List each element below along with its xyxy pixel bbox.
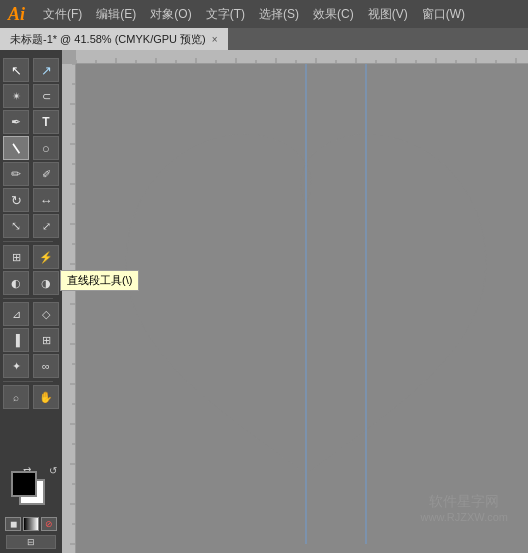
menu-window[interactable]: 窗口(W)	[416, 4, 471, 25]
shape-builder-icon: ◐	[11, 277, 21, 290]
color-mode-row: ◼ ⊘	[5, 517, 57, 531]
ruler-corner	[62, 50, 76, 64]
horizontal-ruler	[76, 50, 528, 64]
perspective-grid-tool[interactable]: ⊿	[3, 302, 29, 326]
tool-row-shape: ◐ ◑	[3, 271, 59, 295]
tab-close-button[interactable]: ×	[212, 34, 218, 45]
free-transform-icon: ⊞	[12, 251, 21, 264]
live-paint-tool[interactable]: ◑	[33, 271, 59, 295]
canvas-svg	[76, 64, 528, 553]
perspective-icon: ⊿	[12, 308, 21, 321]
pencil-tool[interactable]: ✐	[33, 162, 59, 186]
svg-rect-52	[76, 64, 528, 553]
menu-file[interactable]: 文件(F)	[37, 4, 88, 25]
puppet-warp-icon: ⚡	[39, 251, 53, 264]
menu-bar[interactable]: 文件(F) 编辑(E) 对象(O) 文字(T) 选择(S) 效果(C) 视图(V…	[37, 4, 471, 25]
direct-selection-tool[interactable]: ↗	[33, 58, 59, 82]
hand-icon: ✋	[39, 391, 53, 404]
rotate-icon: ↻	[11, 193, 22, 208]
drawing-canvas[interactable]: 软件星字网 www.RJZXW.com	[76, 64, 528, 553]
menu-effect[interactable]: 效果(C)	[307, 4, 360, 25]
tool-row-pen: ✒ T	[3, 110, 59, 134]
free-transform-tool[interactable]: ⊞	[3, 245, 29, 269]
none-mode-button[interactable]: ⊘	[41, 517, 57, 531]
ellipse-icon: ○	[42, 141, 50, 156]
canvas-area[interactable]: 软件星字网 www.RJZXW.com	[62, 50, 528, 553]
toolbar-separator-1	[3, 241, 53, 242]
pencil-icon: ✐	[42, 168, 51, 181]
menu-edit[interactable]: 编辑(E)	[90, 4, 142, 25]
perspective-select-icon: ◇	[42, 308, 50, 321]
tool-row-rotate: ↻ ↔	[3, 188, 59, 212]
live-paint-icon: ◑	[41, 277, 51, 290]
reflect-tool[interactable]: ↔	[33, 188, 59, 212]
warp-tool[interactable]: ⤢	[33, 214, 59, 238]
tool-row-lasso: ✴ ⊂	[3, 84, 59, 108]
perspective-select-tool[interactable]: ◇	[33, 302, 59, 326]
fill-stroke-area: ↺ ⇄	[9, 469, 53, 513]
reflect-icon: ↔	[40, 193, 53, 208]
vertical-ruler	[62, 64, 76, 553]
blend-icon: ∞	[42, 360, 50, 372]
tool-row-selection: ↖ ↗	[3, 58, 59, 82]
magic-wand-tool[interactable]: ✴	[3, 84, 29, 108]
screen-mode-row: ⊟	[6, 535, 56, 549]
pen-icon: ✒	[11, 115, 21, 129]
mesh-icon: ⊞	[42, 334, 51, 347]
selection-tool[interactable]: ↖	[3, 58, 29, 82]
svg-rect-0	[76, 50, 528, 64]
reset-default-icon[interactable]: ↺	[49, 465, 57, 476]
left-toolbar: ↖ ↗ ✴ ⊂ ✒ T	[0, 50, 62, 553]
tab-bar: 未标题-1* @ 41.58% (CMYK/GPU 预览) ×	[0, 28, 528, 50]
tab-title: 未标题-1* @ 41.58% (CMYK/GPU 预览)	[10, 32, 206, 47]
zoom-tool[interactable]: ⌕	[3, 385, 29, 409]
lasso-icon: ⊂	[42, 90, 51, 103]
line-segment-tool[interactable]: /	[3, 136, 29, 160]
warp-icon: ⤢	[42, 220, 51, 233]
toolbar-separator-3	[3, 381, 53, 382]
magic-wand-icon: ✴	[12, 90, 21, 103]
lasso-tool[interactable]: ⊂	[33, 84, 59, 108]
ellipse-tool[interactable]: ○	[33, 136, 59, 160]
tool-row-transform: ⊞ ⚡	[3, 245, 59, 269]
tool-row-perspective: ⊿ ◇	[3, 302, 59, 326]
app-logo: Ai	[8, 4, 25, 25]
menu-view[interactable]: 视图(V)	[362, 4, 414, 25]
workspace: ↖ ↗ ✴ ⊂ ✒ T	[0, 50, 528, 553]
tool-row-brush: ✏ ✐	[3, 162, 59, 186]
type-tool[interactable]: T	[33, 110, 59, 134]
type-icon: T	[42, 115, 49, 129]
scale-icon: ⤡	[11, 219, 21, 233]
screen-mode-button[interactable]: ⊟	[6, 535, 56, 549]
line-segment-icon: /	[9, 141, 24, 156]
tool-row-chart: ▐ ⊞	[3, 328, 59, 352]
paintbrush-tool[interactable]: ✏	[3, 162, 29, 186]
tool-row-scale: ⤡ ⤢	[3, 214, 59, 238]
document-tab[interactable]: 未标题-1* @ 41.58% (CMYK/GPU 预览) ×	[0, 28, 228, 50]
blend-tool[interactable]: ∞	[33, 354, 59, 378]
menu-object[interactable]: 对象(O)	[144, 4, 197, 25]
shape-builder-tool[interactable]: ◐	[3, 271, 29, 295]
tool-row-eyedrop: ✦ ∞	[3, 354, 59, 378]
eyedropper-tool[interactable]: ✦	[3, 354, 29, 378]
column-graph-icon: ▐	[12, 334, 20, 346]
puppet-warp-tool[interactable]: ⚡	[33, 245, 59, 269]
color-mode-button[interactable]: ◼	[5, 517, 21, 531]
menu-select[interactable]: 选择(S)	[253, 4, 305, 25]
hand-tool[interactable]: ✋	[33, 385, 59, 409]
mesh-tool[interactable]: ⊞	[33, 328, 59, 352]
toolbar-separator-2	[3, 298, 53, 299]
pen-tool[interactable]: ✒	[3, 110, 29, 134]
direct-selection-icon: ↗	[41, 63, 52, 78]
menu-type[interactable]: 文字(T)	[200, 4, 251, 25]
gradient-mode-button[interactable]	[23, 517, 39, 531]
eyedropper-icon: ✦	[12, 360, 21, 373]
tool-row-zoom: ⌕ ✋	[3, 385, 59, 409]
screen-mode-icon: ⊟	[27, 537, 35, 547]
fill-box[interactable]	[11, 471, 37, 497]
column-graph-tool[interactable]: ▐	[3, 328, 29, 352]
svg-rect-26	[62, 64, 76, 553]
zoom-icon: ⌕	[13, 392, 19, 403]
rotate-tool[interactable]: ↻	[3, 188, 29, 212]
scale-tool[interactable]: ⤡	[3, 214, 29, 238]
